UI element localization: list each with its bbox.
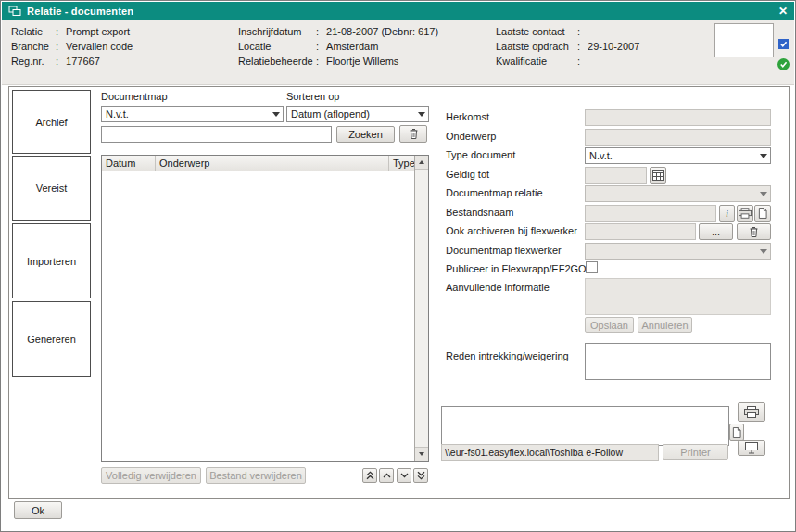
reden-intrekking-textarea[interactable]	[585, 343, 771, 380]
zoeken-button[interactable]: Zoeken	[336, 126, 395, 143]
bestandsnaam-input[interactable]	[585, 205, 716, 222]
sorteren-selected-value: Datum (aflopend)	[291, 108, 370, 120]
tab-genereren[interactable]: Genereren	[12, 301, 91, 377]
trash-icon	[409, 128, 419, 140]
table-header: Datum Onderwerp Type	[102, 156, 414, 171]
document-icon-button[interactable]	[729, 424, 744, 441]
sorteren-op-label: Sorteren op	[286, 91, 339, 102]
scroll-down-button[interactable]	[415, 447, 428, 461]
chevron-up-icon	[383, 473, 391, 478]
title-bar: Relatie - documenten ✕	[2, 2, 794, 20]
double-chevron-down-icon	[417, 471, 425, 480]
view-document-button[interactable]	[754, 205, 771, 222]
ook-archiveren-label: Ook archiveren bij flexwerker	[446, 225, 577, 236]
printer-select-button[interactable]: Printer	[663, 444, 728, 460]
header-row: Laatste opdrach : 29-10-2007	[496, 41, 639, 52]
field-value: Amsterdam	[326, 41, 378, 52]
file-info-button[interactable]: i	[719, 205, 735, 222]
double-chevron-up-icon	[366, 471, 374, 480]
onderwerp-input[interactable]	[585, 129, 771, 146]
monitor-icon-button[interactable]	[738, 440, 765, 456]
printer-icon	[744, 406, 759, 418]
relation-info-header: Relatie : Prompt export Branche : Verval…	[2, 20, 794, 85]
publiceer-checkbox[interactable]	[586, 261, 598, 273]
header-row: Locatie : Amsterdam	[238, 41, 378, 52]
header-checkbox[interactable]	[778, 39, 789, 49]
tab-importeren[interactable]: Importeren	[12, 223, 91, 298]
photo-placeholder	[714, 23, 774, 57]
volledig-verwijderen-button[interactable]: Volledig verwijderen	[101, 467, 201, 484]
scroll-up-button[interactable]	[415, 156, 428, 170]
type-document-select[interactable]: N.v.t.	[585, 147, 771, 164]
monitor-icon	[744, 442, 759, 454]
calendar-icon	[652, 170, 664, 181]
colon: :	[316, 26, 319, 37]
documents-list[interactable]	[102, 172, 414, 461]
field-label: Branche	[11, 41, 56, 52]
column-header-datum: Datum	[102, 156, 156, 171]
check-icon	[779, 40, 788, 48]
check-icon	[779, 60, 788, 69]
calendar-button[interactable]	[650, 167, 666, 184]
remove-flexwerker-copy-button[interactable]	[737, 223, 771, 240]
colon: :	[56, 41, 58, 52]
move-up-button[interactable]	[379, 468, 394, 483]
vertical-scrollbar[interactable]	[414, 156, 428, 461]
field-label: Relatiebeheerde	[238, 56, 316, 67]
geldig-tot-input[interactable]	[585, 167, 647, 184]
move-top-button[interactable]	[362, 468, 377, 483]
close-icon[interactable]: ✕	[778, 5, 788, 18]
ook-archiveren-input[interactable]	[585, 223, 696, 240]
header-row: Laatste contact :	[496, 26, 588, 37]
chevron-down-icon	[400, 473, 409, 478]
chevron-down-icon	[760, 154, 767, 158]
printer-path-input[interactable]	[441, 444, 659, 461]
tab-label: Archief	[35, 117, 67, 128]
move-bottom-button[interactable]	[413, 468, 428, 483]
document-icon	[758, 208, 767, 219]
publiceer-label: Publiceer in Flexwrapp/EF2GO	[446, 263, 587, 274]
bestand-verwijderen-button[interactable]: Bestand verwijderen	[206, 467, 306, 484]
documentmap-select[interactable]: N.v.t.	[101, 106, 284, 122]
scroll-down-icon	[419, 452, 424, 456]
sorteren-op-select[interactable]: Datum (aflopend)	[286, 106, 429, 122]
field-label: Inschrijfdatum	[238, 26, 316, 37]
header-row: Reg.nr. : 177667	[11, 56, 100, 67]
ok-button[interactable]: Ok	[14, 501, 62, 519]
browse-button[interactable]: ...	[699, 223, 733, 240]
opslaan-button[interactable]: Opslaan	[585, 317, 634, 333]
field-value: 177667	[66, 56, 100, 67]
field-label: Laatste opdrach	[496, 41, 577, 52]
aanvullende-informatie-textarea[interactable]	[585, 278, 771, 315]
header-row: Kwalificatie :	[496, 56, 588, 67]
delete-document-button[interactable]	[399, 125, 427, 143]
documentmap-relatie-select[interactable]	[585, 185, 771, 202]
herkomst-input[interactable]	[585, 109, 771, 126]
printer-icon-button[interactable]	[738, 402, 765, 422]
move-down-button[interactable]	[397, 468, 411, 483]
type-document-label: Type document	[446, 149, 515, 160]
documentmap-relatie-label: Documentmap relatie	[446, 187, 543, 198]
print-preview-box	[441, 406, 729, 446]
tab-vereist[interactable]: Vereist	[12, 156, 91, 221]
field-label: Relatie	[11, 26, 56, 37]
field-value: 21-08-2007 (Debnr: 617)	[326, 26, 438, 37]
field-value: Prompt export	[66, 26, 130, 37]
field-value: Vervallen code	[66, 41, 133, 52]
aanvullende-informatie-label: Aanvullende informatie	[446, 282, 550, 293]
header-row: Relatiebeheerde : Floortje Willems	[238, 56, 398, 67]
tab-archief[interactable]: Archief	[12, 90, 91, 154]
field-value: Floortje Willems	[326, 56, 398, 67]
colon: :	[56, 26, 58, 37]
documentmap-label: Documentmap	[101, 91, 168, 102]
documents-table: Datum Onderwerp Type	[101, 155, 429, 462]
documentmap-flexwerker-select[interactable]	[585, 243, 771, 260]
reden-intrekking-label: Reden intrekking/weigering	[446, 350, 569, 361]
type-document-selected-value: N.v.t.	[589, 150, 613, 161]
annuleren-button[interactable]: Annuleren	[638, 317, 692, 333]
print-document-button[interactable]	[737, 205, 753, 222]
tab-label: Importeren	[27, 256, 76, 267]
search-input[interactable]	[101, 126, 332, 143]
colon: :	[577, 41, 580, 52]
header-row: Inschrijfdatum : 21-08-2007 (Debnr: 617)	[238, 26, 438, 37]
